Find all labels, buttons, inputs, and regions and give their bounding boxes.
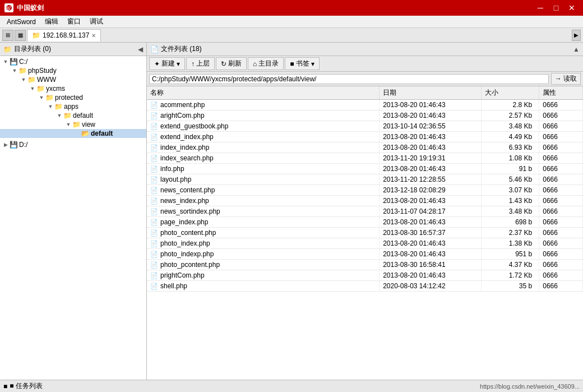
drive-icon-d: 💾 bbox=[9, 141, 18, 149]
file-date: 2013-08-30 16:58:41 bbox=[380, 260, 481, 270]
toggle-www[interactable]: ▼ bbox=[20, 77, 27, 82]
file-list-icon: 📄 bbox=[150, 45, 159, 53]
tree-node-d-drive[interactable]: ▶ 💾 D:/ bbox=[0, 140, 146, 149]
file-table: 名称 日期 大小 属性 📄 bbox=[147, 86, 583, 292]
refresh-label: 刷新 bbox=[228, 59, 242, 68]
path-input[interactable] bbox=[149, 74, 549, 84]
toggle-default[interactable]: ▼ bbox=[56, 113, 63, 118]
file-name: 📄info.php bbox=[147, 164, 380, 174]
table-row[interactable]: 📄extend_index.php 2013-08-20 01:46:43 4.… bbox=[147, 132, 583, 142]
folder-icon-protected: 📁 bbox=[45, 94, 54, 102]
file-attr: 0666 bbox=[539, 196, 583, 206]
tree-node-apps[interactable]: ▼ 📁 apps bbox=[0, 102, 146, 111]
table-row[interactable]: 📄photo_index.php 2013-08-20 01:46:43 1.3… bbox=[147, 238, 583, 249]
minimize-button[interactable]: ─ bbox=[534, 3, 547, 13]
folder-icon-view: 📁 bbox=[72, 121, 81, 128]
tree-node-c-drive[interactable]: ▼ 💾 C:/ bbox=[0, 57, 146, 66]
folder-icon-phpstudy: 📁 bbox=[18, 67, 27, 75]
file-size: 1.38 Kb bbox=[481, 238, 539, 249]
file-icon: 📄 bbox=[150, 197, 158, 204]
tree-node-protected[interactable]: ▼ 📁 protected bbox=[0, 93, 146, 102]
table-row[interactable]: 📄layout.php 2013-11-20 12:28:55 5.46 Kb … bbox=[147, 174, 583, 185]
tree-node-view[interactable]: ▼ 📁 view bbox=[0, 120, 146, 129]
svg-text:蚁: 蚁 bbox=[6, 6, 11, 11]
file-size: 2.37 Kb bbox=[481, 228, 539, 238]
toggle-apps[interactable]: ▼ bbox=[47, 104, 54, 109]
table-row[interactable]: 📄extend_guestbook.php 2013-10-14 02:36:5… bbox=[147, 121, 583, 132]
menu-window[interactable]: 窗口 bbox=[63, 16, 85, 27]
bookmark-icon: ■ bbox=[290, 60, 294, 68]
table-row[interactable]: 📄shell.php 2020-08-03 14:12:42 35 b 0666 bbox=[147, 281, 583, 292]
table-row[interactable]: 📄news_content.php 2013-12-18 02:08:29 3.… bbox=[147, 185, 583, 196]
table-row[interactable]: 📄photo_pcontent.php 2013-08-30 16:58:41 … bbox=[147, 260, 583, 270]
file-icon: 📄 bbox=[150, 102, 158, 108]
table-row[interactable]: 📄news_sortindex.php 2013-11-07 04:28:17 … bbox=[147, 206, 583, 217]
menu-edit[interactable]: 编辑 bbox=[40, 16, 63, 27]
close-button[interactable]: ✕ bbox=[565, 3, 579, 13]
tab-arrow[interactable]: ▶ bbox=[572, 30, 581, 41]
file-name: 📄acomment.php bbox=[147, 100, 380, 110]
task-list-section[interactable]: ■ ■ 任务列表 bbox=[3, 381, 43, 391]
file-attr: 0666 bbox=[539, 228, 583, 238]
file-icon: 📄 bbox=[150, 123, 158, 130]
col-header-size: 大小 bbox=[481, 86, 539, 100]
up-btn[interactable]: ↑ 上层 bbox=[186, 57, 215, 70]
table-row[interactable]: 📄news_index.php 2013-08-20 01:46:43 1.43… bbox=[147, 196, 583, 206]
file-date: 2013-08-20 01:46:43 bbox=[380, 142, 481, 153]
table-row[interactable]: 📄prightCom.php 2013-08-20 01:46:43 1.72 … bbox=[147, 270, 583, 281]
go-btn[interactable]: → 读取 bbox=[551, 73, 581, 85]
tree-node-www[interactable]: ▼ 📁 WWW bbox=[0, 75, 146, 84]
file-name: 📄photo_pcontent.php bbox=[147, 260, 380, 270]
new-btn[interactable]: ✦ 新建 ▾ bbox=[149, 57, 185, 70]
tab-close-btn[interactable]: ✕ bbox=[91, 33, 96, 39]
tab-home-btn[interactable]: ⊞ bbox=[2, 30, 13, 41]
maximize-button[interactable]: □ bbox=[549, 3, 563, 13]
toggle-d-drive[interactable]: ▶ bbox=[2, 142, 9, 147]
tree-label-protected: protected bbox=[55, 94, 83, 102]
up-icon: ↑ bbox=[191, 60, 195, 68]
file-date: 2013-08-20 01:46:43 bbox=[380, 217, 481, 228]
file-table-container: 名称 日期 大小 属性 📄 bbox=[147, 86, 583, 380]
tab-connection[interactable]: 📁 192.168.91.137 ✕ bbox=[27, 29, 101, 41]
toggle-yxcms[interactable]: ▼ bbox=[29, 86, 36, 91]
file-attr: 0666 bbox=[539, 174, 583, 185]
bottom-right-text: https://blog.csdn.net/weixin_43609... bbox=[480, 383, 580, 390]
toggle-phpstudy[interactable]: ▼ bbox=[11, 68, 18, 73]
left-panel-collapse[interactable]: ◀ bbox=[138, 45, 143, 53]
table-row[interactable]: 📄photo_indexp.php 2013-08-20 01:46:43 95… bbox=[147, 249, 583, 260]
table-row[interactable]: 📄arightCom.php 2013-08-20 01:46:43 2.57 … bbox=[147, 110, 583, 121]
toggle-c-drive[interactable]: ▼ bbox=[2, 59, 9, 64]
refresh-btn[interactable]: ↻ 刷新 bbox=[216, 57, 247, 70]
file-name: 📄arightCom.php bbox=[147, 110, 380, 121]
folder-icon-apps: 📁 bbox=[54, 103, 63, 110]
table-row[interactable]: 📄index_index.php 2013-08-20 01:46:43 6.9… bbox=[147, 142, 583, 153]
file-attr: 0666 bbox=[539, 110, 583, 121]
tree-node-phpstudy[interactable]: ▼ 📁 phpStudy bbox=[0, 66, 146, 75]
menu-debug[interactable]: 调试 bbox=[85, 16, 108, 27]
home-btn[interactable]: ⌂ 主目录 bbox=[248, 57, 284, 70]
file-icon: 📄 bbox=[150, 208, 158, 215]
menu-antsword[interactable]: AntSword bbox=[2, 17, 40, 27]
col-header-attr: 属性 bbox=[539, 86, 583, 100]
table-row[interactable]: 📄info.php 2013-08-20 01:46:43 91 b 0666 bbox=[147, 164, 583, 174]
app-logo: 蚁 bbox=[4, 3, 13, 12]
table-row[interactable]: 📄acomment.php 2013-08-20 01:46:43 2.8 Kb… bbox=[147, 100, 583, 110]
tree-node-default2[interactable]: 📂 default bbox=[0, 129, 146, 138]
file-icon: 📄 bbox=[150, 187, 158, 193]
file-icon: 📄 bbox=[150, 144, 158, 151]
file-attr: 0666 bbox=[539, 185, 583, 196]
tab-grid-btn[interactable]: ▦ bbox=[15, 30, 26, 41]
table-row[interactable]: 📄index_search.php 2013-11-20 19:19:31 1.… bbox=[147, 153, 583, 164]
toggle-protected[interactable]: ▼ bbox=[38, 95, 45, 100]
table-row[interactable]: 📄page_index.php 2013-08-20 01:46:43 698 … bbox=[147, 217, 583, 228]
file-name: 📄extend_guestbook.php bbox=[147, 121, 380, 132]
bookmark-btn[interactable]: ■ 书签 ▾ bbox=[285, 57, 319, 70]
table-row[interactable]: 📄photo_content.php 2013-08-30 16:57:37 2… bbox=[147, 228, 583, 238]
toggle-view[interactable]: ▼ bbox=[65, 122, 72, 127]
tree-node-yxcms[interactable]: ▼ 📁 yxcms bbox=[0, 84, 146, 93]
file-icon: 📄 bbox=[150, 165, 158, 172]
drive-icon-c: 💾 bbox=[9, 58, 18, 66]
tree-node-default[interactable]: ▼ 📁 default bbox=[0, 111, 146, 120]
tree-label-view: view bbox=[82, 121, 95, 128]
right-panel-expand[interactable]: ▲ bbox=[573, 45, 580, 53]
